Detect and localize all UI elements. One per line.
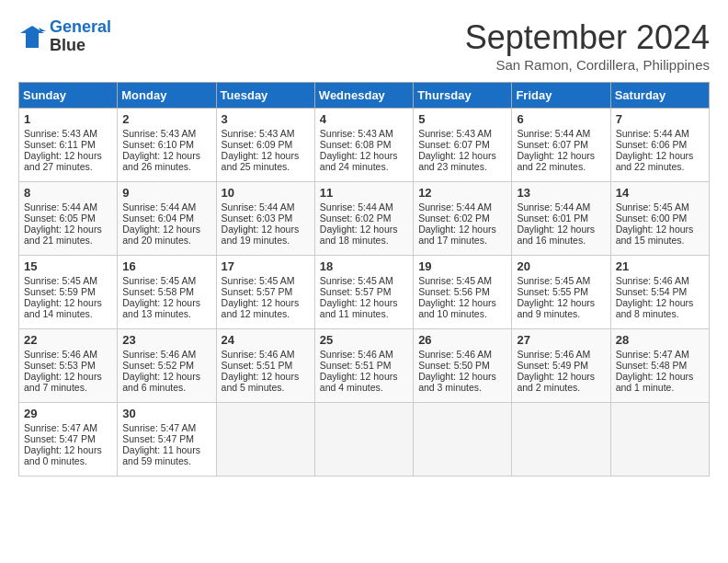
sunset: Sunset: 5:51 PM	[320, 360, 392, 371]
sunrise: Sunrise: 5:45 AM	[320, 275, 393, 286]
calendar-week-row: 15Sunrise: 5:45 AMSunset: 5:59 PMDayligh…	[19, 256, 710, 329]
daylight: Daylight: 12 hours and 17 minutes.	[418, 224, 496, 246]
day-number: 15	[24, 259, 112, 273]
calendar-cell: 17Sunrise: 5:45 AMSunset: 5:57 PMDayligh…	[216, 256, 314, 329]
sunrise: Sunrise: 5:44 AM	[222, 201, 295, 213]
logo-icon	[18, 24, 46, 50]
daylight: Daylight: 12 hours and 7 minutes.	[24, 371, 102, 393]
calendar-week-row: 22Sunrise: 5:46 AMSunset: 5:53 PMDayligh…	[19, 329, 710, 403]
calendar-week-row: 1Sunrise: 5:43 AMSunset: 6:11 PMDaylight…	[19, 109, 710, 182]
sunset: Sunset: 6:11 PM	[24, 139, 96, 150]
sunrise: Sunrise: 5:44 AM	[517, 201, 590, 213]
sunrise: Sunrise: 5:45 AM	[616, 201, 689, 213]
day-number: 18	[320, 259, 408, 273]
sunrise: Sunrise: 5:46 AM	[418, 349, 492, 360]
header-wednesday: Wednesday	[314, 83, 413, 109]
calendar-week-row: 8Sunrise: 5:44 AMSunset: 6:05 PMDaylight…	[19, 182, 710, 256]
header-tuesday: Tuesday	[216, 83, 314, 109]
sunrise: Sunrise: 5:44 AM	[122, 201, 196, 213]
calendar-cell: 18Sunrise: 5:45 AMSunset: 5:57 PMDayligh…	[314, 256, 413, 329]
sunset: Sunset: 5:47 PM	[24, 433, 96, 444]
sunset: Sunset: 5:58 PM	[122, 286, 194, 297]
empty-cell	[512, 403, 610, 477]
calendar-cell: 24Sunrise: 5:46 AMSunset: 5:51 PMDayligh…	[216, 329, 314, 403]
sunrise: Sunrise: 5:46 AM	[24, 349, 97, 360]
calendar-cell: 19Sunrise: 5:45 AMSunset: 5:56 PMDayligh…	[414, 256, 512, 329]
sunrise: Sunrise: 5:46 AM	[320, 349, 393, 360]
calendar-cell: 21Sunrise: 5:46 AMSunset: 5:54 PMDayligh…	[610, 256, 709, 329]
sunset: Sunset: 6:08 PM	[320, 139, 392, 150]
calendar-cell: 12Sunrise: 5:44 AMSunset: 6:02 PMDayligh…	[414, 182, 512, 256]
sunrise: Sunrise: 5:46 AM	[222, 349, 295, 360]
sunrise: Sunrise: 5:43 AM	[222, 128, 295, 139]
sunset: Sunset: 5:50 PM	[418, 360, 490, 371]
sunrise: Sunrise: 5:45 AM	[122, 275, 196, 286]
calendar-cell: 29Sunrise: 5:47 AMSunset: 5:47 PMDayligh…	[19, 403, 118, 477]
day-number: 26	[418, 333, 506, 347]
daylight: Daylight: 12 hours and 22 minutes.	[517, 150, 595, 172]
sunrise: Sunrise: 5:43 AM	[24, 128, 97, 139]
calendar-cell: 5Sunrise: 5:43 AMSunset: 6:07 PMDaylight…	[414, 109, 512, 182]
sunset: Sunset: 6:05 PM	[24, 213, 96, 224]
daylight: Daylight: 12 hours and 16 minutes.	[517, 224, 595, 246]
day-number: 24	[222, 333, 310, 347]
daylight: Daylight: 12 hours and 5 minutes.	[222, 371, 300, 393]
day-number: 12	[418, 186, 506, 200]
day-number: 16	[122, 259, 210, 273]
calendar-cell: 13Sunrise: 5:44 AMSunset: 6:01 PMDayligh…	[512, 182, 610, 256]
logo-text: GeneralBlue	[50, 18, 111, 55]
calendar-cell: 26Sunrise: 5:46 AMSunset: 5:50 PMDayligh…	[414, 329, 512, 403]
calendar-table: Sunday Monday Tuesday Wednesday Thursday…	[18, 82, 710, 477]
daylight: Daylight: 12 hours and 27 minutes.	[24, 150, 102, 172]
day-number: 28	[616, 333, 704, 347]
daylight: Daylight: 12 hours and 1 minute.	[616, 371, 694, 393]
sunset: Sunset: 6:07 PM	[517, 139, 588, 150]
day-number: 20	[517, 259, 605, 273]
sunset: Sunset: 5:47 PM	[122, 433, 194, 444]
calendar-cell: 16Sunrise: 5:45 AMSunset: 5:58 PMDayligh…	[118, 256, 216, 329]
sunrise: Sunrise: 5:44 AM	[24, 201, 97, 213]
empty-cell	[610, 403, 709, 477]
calendar-cell: 8Sunrise: 5:44 AMSunset: 6:05 PMDaylight…	[19, 182, 118, 256]
daylight: Daylight: 12 hours and 19 minutes.	[222, 224, 300, 246]
sunrise: Sunrise: 5:45 AM	[418, 275, 492, 286]
calendar-cell: 25Sunrise: 5:46 AMSunset: 5:51 PMDayligh…	[314, 329, 413, 403]
calendar-cell: 15Sunrise: 5:45 AMSunset: 5:59 PMDayligh…	[19, 256, 118, 329]
sunset: Sunset: 6:06 PM	[616, 139, 688, 150]
sunset: Sunset: 6:09 PM	[222, 139, 293, 150]
daylight: Daylight: 12 hours and 18 minutes.	[320, 224, 398, 246]
sunset: Sunset: 5:59 PM	[24, 286, 96, 297]
day-number: 8	[24, 186, 112, 200]
day-number: 27	[517, 333, 605, 347]
sunrise: Sunrise: 5:46 AM	[122, 349, 196, 360]
month-title: September 2024	[465, 18, 710, 57]
calendar-cell: 27Sunrise: 5:46 AMSunset: 5:49 PMDayligh…	[512, 329, 610, 403]
day-number: 10	[222, 186, 310, 200]
title-section: September 2024 San Ramon, Cordillera, Ph…	[465, 18, 710, 73]
sunrise: Sunrise: 5:47 AM	[122, 422, 196, 433]
day-number: 19	[418, 259, 506, 273]
empty-cell	[216, 403, 314, 477]
calendar-cell: 30Sunrise: 5:47 AMSunset: 5:47 PMDayligh…	[118, 403, 216, 477]
sunset: Sunset: 5:54 PM	[616, 286, 688, 297]
day-number: 9	[122, 186, 210, 200]
sunset: Sunset: 5:57 PM	[320, 286, 392, 297]
sunset: Sunset: 5:48 PM	[616, 360, 688, 371]
sunrise: Sunrise: 5:43 AM	[320, 128, 393, 139]
day-number: 3	[222, 112, 310, 126]
location-subtitle: San Ramon, Cordillera, Philippines	[465, 57, 710, 73]
sunset: Sunset: 6:10 PM	[122, 139, 194, 150]
sunset: Sunset: 6:04 PM	[122, 213, 194, 224]
calendar-cell: 2Sunrise: 5:43 AMSunset: 6:10 PMDaylight…	[118, 109, 216, 182]
sunset: Sunset: 5:53 PM	[24, 360, 96, 371]
daylight: Daylight: 12 hours and 9 minutes.	[517, 297, 595, 319]
daylight: Daylight: 12 hours and 21 minutes.	[24, 224, 102, 246]
day-number: 25	[320, 333, 408, 347]
sunrise: Sunrise: 5:45 AM	[517, 275, 590, 286]
calendar-header-row: Sunday Monday Tuesday Wednesday Thursday…	[19, 83, 710, 109]
calendar-cell: 14Sunrise: 5:45 AMSunset: 6:00 PMDayligh…	[610, 182, 709, 256]
daylight: Daylight: 12 hours and 14 minutes.	[24, 297, 102, 319]
day-number: 21	[616, 259, 704, 273]
sunset: Sunset: 5:55 PM	[517, 286, 588, 297]
header-thursday: Thursday	[414, 83, 512, 109]
